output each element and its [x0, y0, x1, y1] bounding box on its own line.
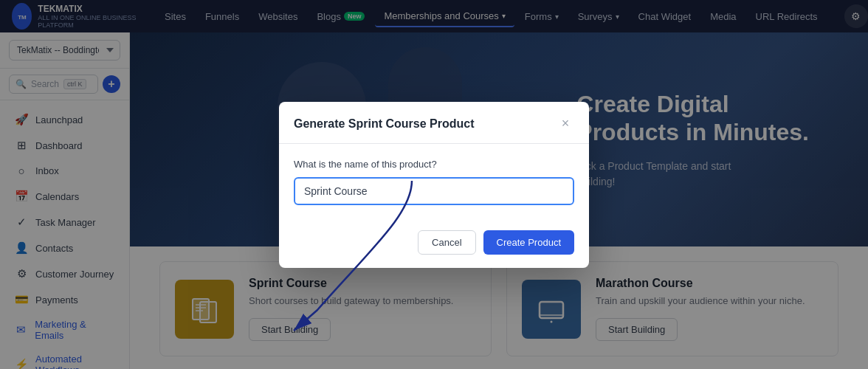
modal-question: What is the name of this product? [294, 159, 574, 170]
modal-close-button[interactable]: × [557, 115, 574, 133]
generate-product-modal: Generate Sprint Course Product × What is… [279, 102, 589, 268]
modal-body: What is the name of this product? [279, 144, 589, 220]
create-product-button[interactable]: Create Product [483, 230, 574, 255]
product-name-input[interactable] [294, 177, 574, 205]
modal-title: Generate Sprint Course Product [294, 117, 475, 131]
modal-overlay[interactable]: Generate Sprint Course Product × What is… [0, 0, 868, 369]
modal-header: Generate Sprint Course Product × [279, 102, 589, 144]
modal-footer: Cancel Create Product [279, 220, 589, 268]
cancel-button[interactable]: Cancel [418, 230, 475, 255]
